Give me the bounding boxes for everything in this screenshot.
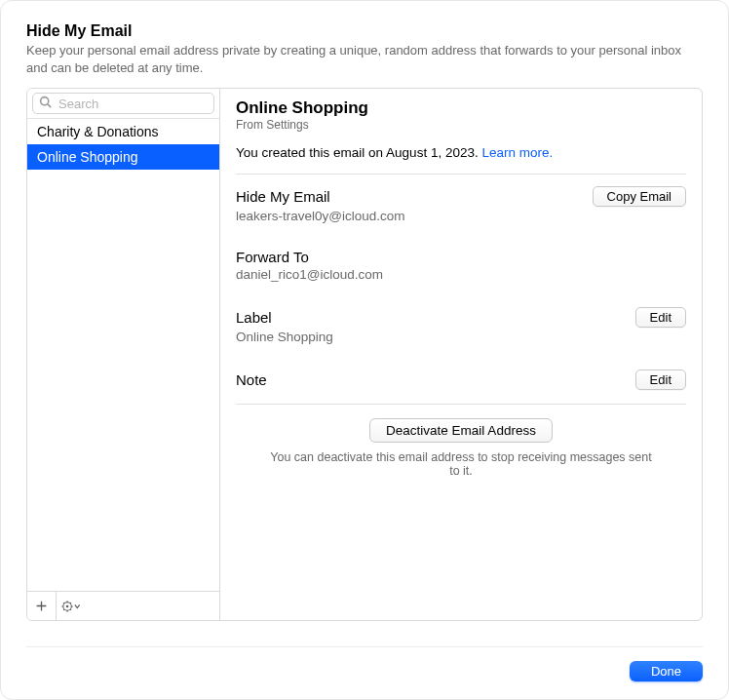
sidebar: Charity & Donations Online Shopping [27, 89, 220, 620]
svg-line-12 [63, 608, 64, 609]
forward-to-label: Forward To [236, 249, 309, 265]
alias-list: Charity & Donations Online Shopping [27, 119, 219, 591]
edit-note-button[interactable]: Edit [635, 369, 686, 390]
detail-pane: Online Shopping From Settings You create… [220, 89, 702, 620]
forward-to-value: daniel_rico1@icloud.com [236, 267, 686, 282]
note-heading: Note [236, 371, 267, 388]
actions-menu-button[interactable] [57, 592, 86, 620]
deactivate-section: Deactivate Email Address You can deactiv… [236, 404, 686, 478]
page-description: Keep your personal email address private… [26, 42, 703, 76]
header: Hide My Email Keep your personal email a… [26, 22, 703, 88]
sidebar-footer [27, 591, 219, 620]
created-info: You created this email on August 1, 2023… [236, 145, 686, 160]
note-row: Note Edit [236, 358, 686, 404]
label-value: Online Shopping [236, 330, 686, 344]
svg-point-0 [41, 97, 49, 105]
svg-line-13 [70, 602, 71, 603]
learn-more-link[interactable]: Learn more. [481, 145, 553, 160]
window-footer: Done [26, 646, 703, 681]
label-heading: Label [236, 309, 272, 326]
plus-icon [35, 600, 48, 612]
sidebar-item-online-shopping[interactable]: Online Shopping [27, 144, 219, 170]
label-row: Label Edit Online Shopping [236, 295, 686, 358]
svg-line-11 [70, 608, 71, 609]
hide-my-email-window: Hide My Email Keep your personal email a… [0, 0, 729, 700]
edit-label-button[interactable]: Edit [635, 307, 686, 328]
gear-dropdown-icon [60, 600, 82, 613]
done-button[interactable]: Done [630, 661, 703, 681]
sidebar-item-charity-donations[interactable]: Charity & Donations [27, 119, 219, 144]
svg-point-5 [66, 604, 69, 607]
deactivate-note: You can deactivate this email address to… [266, 450, 656, 478]
created-text: You created this email on August 1, 2023… [236, 145, 481, 160]
svg-line-1 [48, 104, 51, 107]
content-panel: Charity & Donations Online Shopping [26, 88, 703, 621]
svg-line-10 [63, 602, 64, 603]
deactivate-button[interactable]: Deactivate Email Address [369, 418, 553, 443]
search-wrap [27, 89, 219, 119]
search-input[interactable] [57, 96, 208, 112]
search-icon [39, 95, 52, 112]
detail-subtitle: From Settings [236, 118, 686, 132]
hide-my-email-row: Hide My Email Copy Email leakers-travel0… [236, 174, 686, 237]
hide-my-email-label: Hide My Email [236, 188, 330, 205]
search-field-container[interactable] [32, 93, 214, 114]
detail-title: Online Shopping [236, 98, 686, 118]
forward-to-row: Forward To daniel_rico1@icloud.com [236, 237, 686, 295]
page-title: Hide My Email [26, 22, 703, 40]
add-button[interactable] [27, 592, 57, 620]
hide-my-email-value: leakers-travel0y@icloud.com [236, 209, 686, 223]
copy-email-button[interactable]: Copy Email [593, 186, 686, 207]
